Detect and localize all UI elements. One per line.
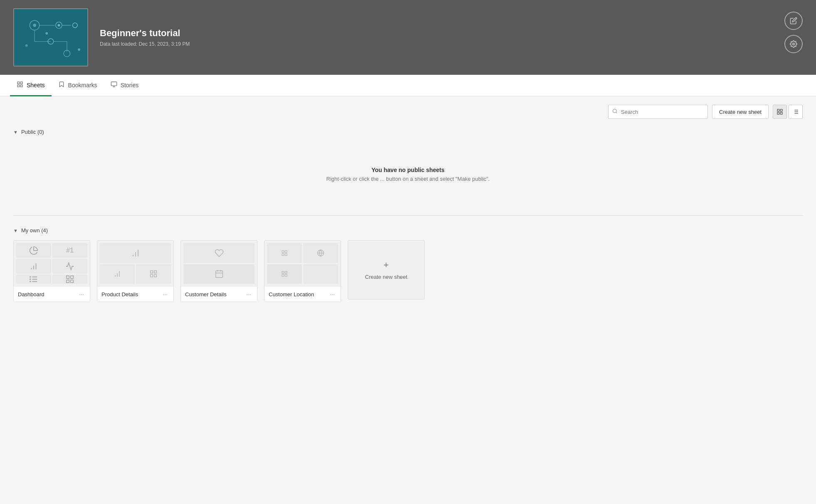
bookmarks-icon: [58, 81, 65, 89]
sheet-card-thumbnail: #1: [14, 241, 90, 286]
svg-rect-29: [780, 112, 782, 114]
thumb-cell-3: [52, 259, 87, 273]
empty-title: You have no public sheets: [13, 167, 803, 173]
thumb-cell-loc-tr: [303, 243, 338, 263]
thumb-cell-product-bl: [100, 264, 135, 284]
edit-icon: [790, 17, 797, 25]
thumb-cell-loc-bl: [267, 264, 302, 284]
svg-rect-30: [777, 112, 779, 114]
app-thumbnail: [13, 8, 88, 66]
sheet-card-footer-location: Customer Location ···: [265, 286, 341, 302]
search-icon: [612, 108, 618, 115]
thumb-cell-loc-tl: [267, 243, 302, 263]
tabs-bar: Sheets Bookmarks Stories: [0, 75, 816, 96]
svg-rect-20: [20, 85, 22, 87]
public-section-header[interactable]: ▼ Public (0): [13, 125, 803, 138]
content-area: Create new sheet ▼ Public (0) Y: [0, 96, 816, 504]
sheet-card-thumbnail-customer: [181, 241, 257, 286]
sheet-menu-product-details[interactable]: ···: [161, 290, 169, 298]
svg-rect-48: [71, 280, 73, 283]
thumb-cell-2: [16, 259, 51, 273]
sheet-name-dashboard: Dashboard: [18, 291, 45, 297]
sheet-menu-customer-details[interactable]: ···: [245, 290, 253, 298]
svg-point-14: [25, 44, 28, 47]
svg-rect-49: [67, 280, 69, 283]
sheets-grid: #1: [13, 240, 803, 302]
thumb-row-top: [267, 243, 338, 263]
app-header: Beginner's tutorial Data last loaded: De…: [0, 0, 816, 75]
app-subtitle: Data last loaded: Dec 15, 2023, 3:19 PM: [100, 41, 190, 47]
svg-rect-22: [111, 82, 116, 86]
thumb-cell-4: [16, 275, 51, 284]
thumb-cell-cust-top: [183, 243, 255, 263]
sheet-card-customer-details[interactable]: Customer Details ···: [181, 240, 257, 302]
svg-rect-47: [71, 276, 73, 278]
sheet-name-customer-location: Customer Location: [269, 291, 314, 297]
sheet-card-thumbnail-product: [97, 241, 173, 286]
tab-sheets-label: Sheets: [27, 82, 45, 89]
svg-point-45: [30, 281, 31, 282]
svg-rect-73: [282, 275, 284, 277]
my-own-section-header[interactable]: ▼ My own (4): [13, 224, 803, 237]
create-card-label: Create new sheet: [365, 274, 408, 280]
svg-point-17: [793, 43, 795, 45]
thumb-cell-product-top: [100, 243, 171, 263]
svg-rect-66: [285, 253, 287, 256]
search-wrap: [608, 105, 708, 119]
svg-point-16: [58, 24, 60, 27]
grid-view-button[interactable]: [773, 105, 787, 119]
svg-line-26: [616, 112, 617, 113]
svg-rect-58: [154, 275, 157, 277]
empty-desc: Right-click or click the ... button on a…: [13, 176, 803, 182]
edit-button[interactable]: [784, 12, 803, 30]
sheet-card-customer-location[interactable]: Customer Location ···: [264, 240, 341, 302]
plus-icon: +: [383, 260, 389, 270]
svg-rect-21: [17, 85, 20, 87]
sheet-card-dashboard[interactable]: #1: [13, 240, 90, 302]
tab-stories-label: Stories: [121, 82, 139, 89]
create-new-sheet-button-toolbar[interactable]: Create new sheet: [712, 105, 769, 119]
svg-rect-59: [151, 275, 153, 277]
hash-icon: #1: [66, 247, 74, 254]
svg-rect-18: [17, 82, 20, 84]
svg-point-13: [45, 32, 48, 34]
public-section-label: Public (0): [21, 129, 44, 135]
sheet-menu-dashboard[interactable]: ···: [77, 290, 86, 298]
svg-rect-19: [20, 82, 22, 84]
my-own-chevron-icon: ▼: [13, 228, 18, 233]
thumb-cell-0: [16, 243, 51, 258]
sheet-card-footer: Dashboard ···: [14, 286, 90, 302]
tab-sheets[interactable]: Sheets: [10, 75, 52, 96]
list-view-icon: [792, 108, 799, 115]
header-actions: [784, 12, 803, 53]
settings-button[interactable]: [784, 35, 803, 53]
sheet-card-thumbnail-location: [265, 241, 341, 286]
svg-rect-27: [777, 109, 779, 111]
stories-icon: [111, 81, 117, 89]
svg-rect-28: [780, 109, 782, 111]
svg-rect-46: [67, 276, 69, 278]
tab-bookmarks[interactable]: Bookmarks: [52, 75, 104, 96]
tab-stories[interactable]: Stories: [104, 75, 146, 96]
list-view-button[interactable]: [789, 105, 803, 119]
sheet-card-footer-customer: Customer Details ···: [181, 286, 257, 302]
thumb-cell-1: #1: [52, 243, 87, 258]
sheet-menu-customer-location[interactable]: ···: [328, 290, 336, 298]
thumb-row-bottom: [267, 264, 338, 284]
create-new-sheet-card[interactable]: + Create new sheet: [348, 240, 425, 300]
svg-point-15: [78, 48, 80, 51]
svg-rect-67: [282, 253, 284, 256]
public-empty-state: You have no public sheets Right-click or…: [13, 142, 803, 207]
svg-rect-65: [285, 251, 287, 253]
grid-view-icon: [776, 108, 783, 115]
view-toggle: [773, 105, 803, 119]
sheet-card-product-details[interactable]: Product Details ···: [97, 240, 174, 302]
svg-rect-72: [285, 275, 287, 277]
svg-point-25: [613, 109, 617, 113]
svg-point-2: [33, 24, 36, 27]
svg-rect-64: [282, 251, 284, 253]
search-input[interactable]: [608, 105, 708, 119]
sheets-icon: [17, 81, 23, 89]
sheet-name-customer-details: Customer Details: [185, 291, 227, 297]
app-title-area: Beginner's tutorial Data last loaded: De…: [100, 28, 190, 47]
